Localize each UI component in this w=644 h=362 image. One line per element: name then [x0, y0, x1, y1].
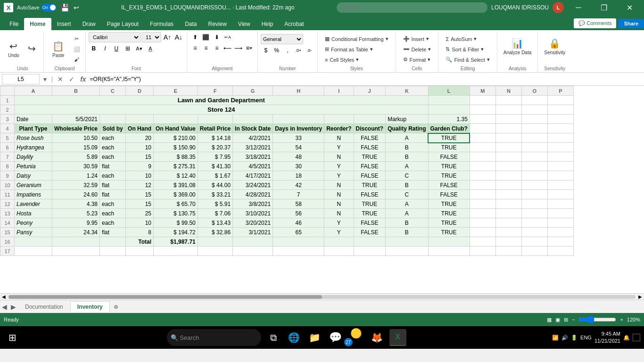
cell-L14[interactable]: TRUE: [428, 218, 470, 228]
font-family-select[interactable]: Calibri: [89, 32, 140, 42]
cell-N16[interactable]: [495, 237, 521, 247]
user-avatar[interactable]: L: [553, 2, 564, 13]
cell-I9[interactable]: Y: [324, 171, 354, 181]
indent-inc-button[interactable]: ⟶: [233, 43, 244, 53]
col-K-header[interactable]: K: [386, 86, 428, 96]
cell-B10[interactable]: 32.59: [52, 181, 100, 190]
cell-M9[interactable]: [470, 171, 495, 181]
cell-K16[interactable]: [386, 237, 428, 247]
cell-O3[interactable]: [521, 115, 547, 124]
tab-help[interactable]: Help: [256, 18, 279, 30]
cell-N17[interactable]: [495, 247, 521, 256]
tab-draw[interactable]: Draw: [77, 18, 101, 30]
cell-F11[interactable]: $ 33.21: [198, 190, 232, 199]
cell-A16[interactable]: [15, 237, 52, 247]
cell-B3[interactable]: 5/5/2021: [52, 115, 100, 124]
cell-M2[interactable]: [470, 105, 495, 115]
col-M-header[interactable]: M: [470, 86, 495, 96]
align-right-button[interactable]: ≡: [212, 43, 222, 53]
cell-M11[interactable]: [470, 190, 495, 199]
cell-L10[interactable]: FALSE: [428, 181, 470, 190]
cell-F10[interactable]: $ 44.00: [198, 181, 232, 190]
tab-file[interactable]: File: [4, 18, 24, 30]
cell-N8[interactable]: [495, 162, 521, 171]
col-I-header[interactable]: I: [324, 86, 354, 96]
cell-L3-markup-value[interactable]: 1.35: [428, 115, 470, 124]
cell-G12[interactable]: 3/8/2021: [233, 199, 273, 209]
cell-O13[interactable]: [521, 209, 547, 218]
cell-O10[interactable]: [521, 181, 547, 190]
cell-H15[interactable]: 65: [273, 228, 324, 237]
cell-A12[interactable]: Lavender: [15, 199, 52, 209]
italic-button[interactable]: I: [100, 43, 110, 54]
sheet-tab-inventory[interactable]: Inventory: [70, 301, 110, 312]
cell-D13[interactable]: 25: [126, 209, 154, 218]
number-format-select[interactable]: General: [261, 34, 303, 44]
col-A-header[interactable]: A: [15, 86, 52, 96]
cell-P16[interactable]: [547, 237, 573, 247]
cell-J13[interactable]: TRUE: [354, 209, 386, 218]
cell-C10[interactable]: flat: [100, 181, 126, 190]
cell-C9[interactable]: each: [100, 171, 126, 181]
find-select-button[interactable]: 🔍 Find & Select ▾: [441, 55, 494, 65]
font-size-select[interactable]: 11: [141, 32, 161, 42]
cell-N12[interactable]: [495, 199, 521, 209]
cell-G3[interactable]: [233, 115, 273, 124]
undo-icon[interactable]: ↩: [74, 4, 79, 11]
header-stock-date[interactable]: In Stock Date: [233, 124, 273, 133]
tray-network-icon[interactable]: 📶: [552, 335, 559, 341]
cell-G17[interactable]: [233, 247, 273, 256]
cell-M13[interactable]: [470, 209, 495, 218]
tab-insert[interactable]: Insert: [51, 18, 77, 30]
view-page-break-button[interactable]: ⊞: [564, 317, 568, 323]
cell-E10[interactable]: $ 391.08: [154, 181, 198, 190]
view-page-layout-button[interactable]: ▣: [555, 317, 560, 323]
cell-L12[interactable]: TRUE: [428, 199, 470, 209]
tab-view[interactable]: View: [232, 18, 256, 30]
cell-O1[interactable]: [521, 96, 547, 105]
cell-D11[interactable]: 15: [126, 190, 154, 199]
sum-button[interactable]: Σ AutoSum ▾: [441, 34, 494, 44]
cell-O7[interactable]: [521, 152, 547, 162]
cell-M3[interactable]: [470, 115, 495, 124]
tab-data[interactable]: Data: [179, 18, 202, 30]
wrap-text-button[interactable]: ↵A: [223, 32, 233, 42]
cell-A3[interactable]: Date: [15, 115, 52, 124]
explorer-button[interactable]: 📁: [306, 329, 323, 346]
decrease-decimal-button[interactable]: .0-: [304, 45, 314, 56]
insert-function-button[interactable]: fx: [78, 75, 88, 83]
cell-M8[interactable]: [470, 162, 495, 171]
merge-button[interactable]: ⊞▾: [244, 43, 255, 53]
cell-A7[interactable]: Daylily: [15, 152, 52, 162]
cell-H12[interactable]: 58: [273, 199, 324, 209]
cell-F8[interactable]: $ 41.30: [198, 162, 232, 171]
copy-button[interactable]: ⬜: [71, 44, 83, 54]
col-P-header[interactable]: P: [547, 86, 573, 96]
cell-B12[interactable]: 4.38: [52, 199, 100, 209]
cell-N4[interactable]: [495, 124, 521, 133]
sort-filter-button[interactable]: ⇅ Sort & Filter ▾: [441, 44, 494, 54]
cell-I7[interactable]: N: [324, 152, 354, 162]
tray-battery-icon[interactable]: 🔋: [571, 335, 578, 341]
cell-F15[interactable]: $ 32.86: [198, 228, 232, 237]
cell-P14[interactable]: [547, 218, 573, 228]
tab-acrobat[interactable]: Acrobat: [279, 18, 309, 30]
cell-D17[interactable]: [126, 247, 154, 256]
cell-M12[interactable]: [470, 199, 495, 209]
cell-A9[interactable]: Daisy: [15, 171, 52, 181]
notification-button[interactable]: 🔔: [623, 335, 630, 341]
cell-E5[interactable]: $ 210.00: [154, 133, 198, 143]
cell-A11[interactable]: Impatiens: [15, 190, 52, 199]
cell-H7[interactable]: 48: [273, 152, 324, 162]
cell-K11[interactable]: C: [386, 190, 428, 199]
cell-L11[interactable]: FALSE: [428, 190, 470, 199]
format-cells-button[interactable]: ⚙ Format ▾: [399, 55, 436, 65]
col-D-header[interactable]: D: [126, 86, 154, 96]
cell-L6[interactable]: TRUE: [428, 143, 470, 152]
cell-O12[interactable]: [521, 199, 547, 209]
close-button[interactable]: ✕: [619, 0, 640, 15]
redo-button[interactable]: ↪: [24, 35, 41, 63]
align-left-button[interactable]: ≡: [190, 43, 200, 53]
cell-D14[interactable]: 10: [126, 218, 154, 228]
cell-F3[interactable]: [198, 115, 232, 124]
